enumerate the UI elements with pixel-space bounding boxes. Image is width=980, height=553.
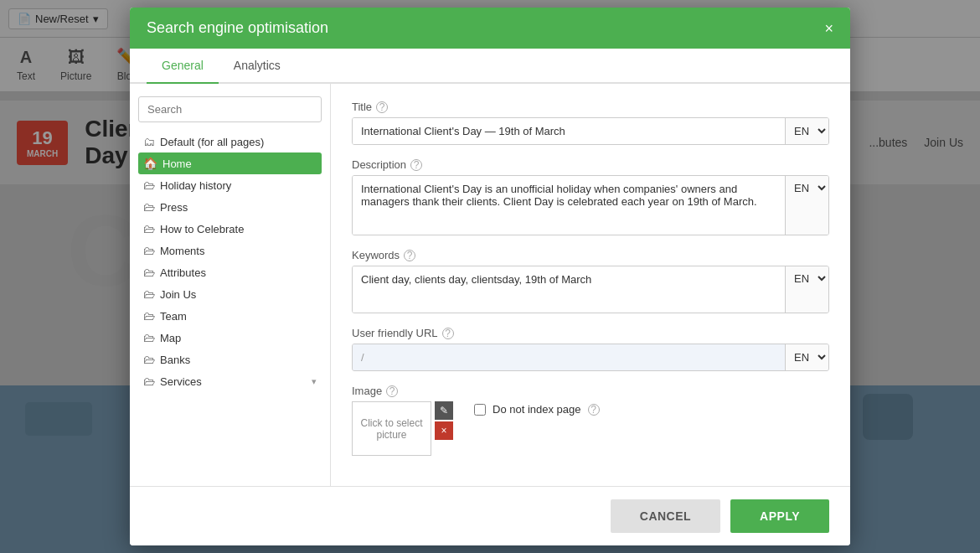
- sidebar-parent-item: 🗂 Default (for all pages): [138, 131, 322, 152]
- do-not-index-help-icon[interactable]: ?: [588, 404, 600, 416]
- sidebar-item-how-to-celebrate[interactable]: 🗁 How to Celebrate: [138, 218, 322, 240]
- url-help-icon[interactable]: ?: [442, 328, 454, 339]
- title-input[interactable]: [353, 118, 785, 144]
- tab-general[interactable]: General: [147, 49, 219, 84]
- folder-icon-2: 🗁: [143, 200, 155, 214]
- description-help-icon[interactable]: ?: [410, 159, 422, 171]
- title-help-icon[interactable]: ?: [376, 101, 388, 113]
- folder-icon-6: 🗁: [143, 287, 155, 301]
- image-container: Click to select picture ✎ ×: [352, 401, 453, 456]
- description-lang-select-wrap: EN: [785, 176, 828, 235]
- url-input-row: / EN: [352, 344, 829, 371]
- keywords-textarea[interactable]: [353, 266, 785, 313]
- expand-icon: ▾: [312, 376, 317, 387]
- description-input-row: EN: [352, 175, 829, 235]
- modal-footer: CANCEL APPLY: [130, 486, 850, 545]
- image-field-group: Image ? Click to select picture ✎ ×: [352, 385, 829, 456]
- apply-button[interactable]: APPLY: [730, 499, 829, 533]
- do-not-index-label: Do not index page: [493, 403, 581, 416]
- title-label: Title ?: [352, 101, 829, 113]
- sidebar-item-press[interactable]: 🗁 Press: [138, 196, 322, 218]
- home-icon: 🏠: [143, 157, 157, 170]
- keywords-field-group: Keywords ? EN: [352, 249, 829, 313]
- sidebar-item-home[interactable]: 🏠 Home: [138, 152, 322, 174]
- image-help-icon[interactable]: ?: [386, 385, 398, 397]
- folder-icon: 🗂: [143, 135, 155, 148]
- modal-body: 🗂 Default (for all pages) 🏠 Home 🗁 Holid…: [130, 84, 850, 486]
- modal-title: Search engine optimisation: [147, 19, 328, 37]
- folder-icon-9: 🗁: [143, 353, 155, 366]
- title-input-row: EN: [352, 117, 829, 145]
- cancel-button[interactable]: CANCEL: [611, 499, 720, 533]
- sidebar-item-holiday-history[interactable]: 🗁 Holiday history: [138, 174, 322, 196]
- sidebar-item-services[interactable]: 🗁 Services ▾: [138, 370, 322, 392]
- description-textarea[interactable]: [353, 176, 785, 235]
- tab-analytics[interactable]: Analytics: [219, 49, 296, 84]
- title-lang-select-wrap: EN: [785, 118, 828, 144]
- folder-icon-10: 🗁: [143, 375, 155, 388]
- image-select-box[interactable]: Click to select picture: [352, 401, 431, 456]
- url-input[interactable]: [373, 344, 785, 370]
- sidebar-tree: 🏠 Home 🗁 Holiday history 🗁 Press 🗁 How t…: [138, 152, 322, 392]
- sidebar-item-team[interactable]: 🗁 Team: [138, 305, 322, 327]
- url-label: User friendly URL ?: [352, 327, 829, 339]
- url-lang-select-wrap: EN: [785, 344, 828, 370]
- url-prefix: /: [353, 344, 373, 370]
- sidebar-item-moments[interactable]: 🗁 Moments: [138, 240, 322, 261]
- keywords-help-icon[interactable]: ?: [404, 250, 415, 261]
- index-checkbox-container: Do not index page ?: [474, 385, 600, 416]
- keywords-lang-select[interactable]: EN: [786, 271, 828, 286]
- sidebar-item-map[interactable]: 🗁 Map: [138, 327, 322, 349]
- title-lang-select[interactable]: EN: [786, 124, 828, 138]
- search-input[interactable]: [138, 96, 322, 122]
- image-edit-button[interactable]: ✎: [435, 401, 453, 420]
- keywords-lang-select-wrap: EN: [785, 266, 828, 313]
- seo-modal: Search engine optimisation × General Ana…: [130, 8, 850, 545]
- folder-icon-8: 🗁: [143, 331, 155, 344]
- keywords-input-row: EN: [352, 266, 829, 313]
- description-field-group: Description ? EN: [352, 158, 829, 235]
- url-lang-select[interactable]: EN: [786, 350, 828, 364]
- image-label: Image ?: [352, 385, 453, 397]
- modal-header: Search engine optimisation ×: [130, 8, 850, 49]
- do-not-index-checkbox[interactable]: [474, 404, 486, 416]
- folder-icon-3: 🗁: [143, 222, 155, 235]
- image-row: Image ? Click to select picture ✎ ×: [352, 385, 829, 456]
- description-lang-select[interactable]: EN: [786, 181, 828, 195]
- modal-sidebar: 🗂 Default (for all pages) 🏠 Home 🗁 Holid…: [130, 84, 331, 486]
- folder-icon-1: 🗁: [143, 178, 155, 192]
- modal-content-area: Title ? EN Description ?: [331, 84, 850, 486]
- sidebar-item-attributes[interactable]: 🗁 Attributes: [138, 261, 322, 283]
- do-not-index-area: Do not index page ?: [474, 403, 600, 416]
- title-field-group: Title ? EN: [352, 101, 829, 145]
- image-delete-button[interactable]: ×: [435, 421, 453, 440]
- description-label: Description ?: [352, 158, 829, 171]
- folder-icon-7: 🗁: [143, 309, 155, 323]
- keywords-label: Keywords ?: [352, 249, 829, 261]
- folder-icon-5: 🗁: [143, 266, 155, 279]
- sidebar-item-banks[interactable]: 🗁 Banks: [138, 349, 322, 370]
- image-placeholder: Click to select picture: [353, 417, 431, 441]
- modal-close-button[interactable]: ×: [824, 21, 833, 36]
- url-field-group: User friendly URL ? / EN: [352, 327, 829, 371]
- sidebar-item-join-us[interactable]: 🗁 Join Us: [138, 283, 322, 305]
- modal-tabs: General Analytics: [130, 49, 850, 84]
- image-action-buttons: ✎ ×: [435, 401, 453, 456]
- folder-icon-4: 🗁: [143, 244, 155, 257]
